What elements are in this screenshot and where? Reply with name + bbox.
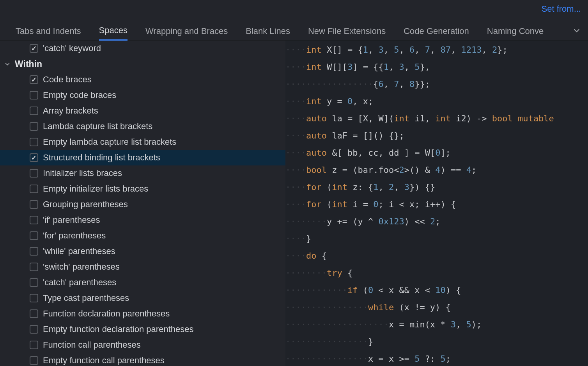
option-label: 'catch' parentheses — [43, 277, 116, 288]
option-empty-function-call-parentheses[interactable]: Empty function call parentheses — [0, 353, 285, 366]
tab-naming-conve[interactable]: Naming Conve — [487, 23, 544, 40]
code-line: ············if (0 < x && x < 10) { — [285, 282, 588, 299]
option-label: Empty lambda capture list brackets — [43, 137, 176, 147]
option-label: Empty initializer lists braces — [43, 184, 148, 194]
option-array-brackets[interactable]: Array brackets — [0, 103, 285, 119]
option-label: 'while' parentheses — [43, 246, 115, 256]
checkbox[interactable] — [30, 75, 38, 84]
option-label: 'switch' parentheses — [43, 262, 120, 272]
options-panel: 'catch' keyword Within Code bracesEmpty … — [0, 41, 285, 366]
code-line: ········y += (y ^ 0x123) << 2; — [285, 213, 588, 230]
code-line: ····int X[] = {1, 3, 5, 6, 7, 87, 1213, … — [285, 41, 588, 59]
option--switch-parentheses[interactable]: 'switch' parentheses — [0, 259, 285, 275]
code-line: ····int y = 0, x; — [285, 93, 588, 110]
option-empty-function-declaration-parentheses[interactable]: Empty function declaration parentheses — [0, 322, 285, 337]
option--if-parentheses[interactable]: 'if' parentheses — [0, 212, 285, 228]
code-line: ····do { — [285, 247, 588, 265]
tab-wrapping-and-braces[interactable]: Wrapping and Braces — [145, 23, 228, 40]
option-empty-code-braces[interactable]: Empty code braces — [0, 87, 285, 103]
code-line: ····auto la = [X, W](int i1, int i2) -> … — [285, 110, 588, 127]
option--while-parentheses[interactable]: 'while' parentheses — [0, 243, 285, 259]
code-line: ····················x = min(x * 3, 5); — [285, 316, 588, 333]
option-label: Type cast parentheses — [43, 293, 129, 303]
tab-blank-lines[interactable]: Blank Lines — [246, 23, 290, 40]
option-label: 'catch' keyword — [43, 43, 101, 53]
code-line: ····auto laF = []() {}; — [285, 127, 588, 144]
code-line: ················while (x != y) { — [285, 299, 588, 316]
code-line: ····int W[][3] = {{1, 3, 5}, — [285, 59, 588, 76]
option-type-cast-parentheses[interactable]: Type cast parentheses — [0, 290, 285, 306]
option-label: 'if' parentheses — [43, 215, 100, 225]
option-label: Function declaration parentheses — [43, 309, 170, 319]
checkbox[interactable] — [30, 138, 38, 146]
code-line: ····auto &[ bb, cc, dd ] = W[0]; — [285, 144, 588, 162]
chevron-down-icon — [3, 60, 12, 68]
checkbox[interactable] — [30, 200, 38, 209]
option-empty-lambda-capture-list-brackets[interactable]: Empty lambda capture list brackets — [0, 134, 285, 150]
checkbox-catch-keyword[interactable] — [30, 44, 38, 53]
option-label: 'for' parentheses — [43, 231, 106, 241]
option-label: Lambda capture list brackets — [43, 121, 152, 131]
code-line: ····bool z = (bar.foo<2>() & 4) == 4; — [285, 162, 588, 179]
tab-spaces[interactable]: Spaces — [99, 22, 128, 41]
option--catch-parentheses[interactable]: 'catch' parentheses — [0, 275, 285, 290]
option-label: Code braces — [43, 75, 92, 85]
code-line: ················x = x >= 5 ?: 5; — [285, 350, 588, 366]
option-initializer-lists-braces[interactable]: Initializer lists braces — [0, 165, 285, 181]
option-label: Empty function declaration parentheses — [43, 324, 193, 334]
section-within[interactable]: Within — [0, 56, 285, 72]
tab-code-generation[interactable]: Code Generation — [404, 23, 469, 40]
checkbox[interactable] — [30, 294, 38, 302]
checkbox[interactable] — [30, 169, 38, 178]
code-line: ········try { — [285, 265, 588, 282]
option-label: Structured binding list brackets — [43, 153, 160, 163]
option-label: Empty function call parentheses — [43, 355, 165, 366]
checkbox[interactable] — [30, 153, 38, 162]
option-label: Array brackets — [43, 106, 98, 116]
checkbox[interactable] — [30, 309, 38, 318]
code-preview: ····int X[] = {1, 3, 5, 6, 7, 87, 1213, … — [285, 41, 588, 366]
option-label: Grouping parentheses — [43, 199, 128, 210]
main-split: 'catch' keyword Within Code bracesEmpty … — [0, 41, 588, 366]
option-code-braces[interactable]: Code braces — [0, 72, 285, 87]
option-grouping-parentheses[interactable]: Grouping parentheses — [0, 197, 285, 212]
code-line: ················} — [285, 333, 588, 350]
tab-new-file-extensions[interactable]: New File Extensions — [308, 23, 386, 40]
option-lambda-capture-list-brackets[interactable]: Lambda capture list brackets — [0, 119, 285, 134]
option-label: Initializer lists braces — [43, 168, 122, 178]
option-function-call-parentheses[interactable]: Function call parentheses — [0, 337, 285, 353]
checkbox[interactable] — [30, 247, 38, 256]
code-line: ····for (int i = 0; i < x; i++) { — [285, 196, 588, 213]
checkbox[interactable] — [30, 325, 38, 334]
checkbox[interactable] — [30, 122, 38, 131]
set-from-link[interactable]: Set from... — [542, 4, 581, 14]
checkbox[interactable] — [30, 185, 38, 193]
option-label: Empty code braces — [43, 90, 116, 100]
option-function-declaration-parentheses[interactable]: Function declaration parentheses — [0, 306, 285, 322]
tab-tabs-and-indents[interactable]: Tabs and Indents — [16, 23, 81, 40]
section-label: Within — [15, 59, 42, 69]
checkbox[interactable] — [30, 107, 38, 115]
code-line: ·················{6, 7, 8}}; — [285, 76, 588, 93]
checkbox[interactable] — [30, 278, 38, 287]
option--for-parentheses[interactable]: 'for' parentheses — [0, 228, 285, 243]
checkbox[interactable] — [30, 91, 38, 99]
checkbox[interactable] — [30, 341, 38, 349]
tabs-bar: Tabs and IndentsSpacesWrapping and Brace… — [0, 23, 588, 41]
option-label: Function call parentheses — [43, 340, 141, 350]
code-line: ····} — [285, 230, 588, 247]
checkbox[interactable] — [30, 263, 38, 271]
checkbox[interactable] — [30, 216, 38, 224]
tab-overflow-chevron[interactable] — [573, 27, 580, 36]
option-structured-binding-list-brackets[interactable]: Structured binding list brackets — [0, 150, 285, 165]
checkbox[interactable] — [30, 231, 38, 240]
option-catch-keyword[interactable]: 'catch' keyword — [0, 41, 285, 56]
checkbox[interactable] — [30, 356, 38, 365]
code-line: ····for (int z: {1, 2, 3}) {} — [285, 179, 588, 196]
option-empty-initializer-lists-braces[interactable]: Empty initializer lists braces — [0, 181, 285, 197]
